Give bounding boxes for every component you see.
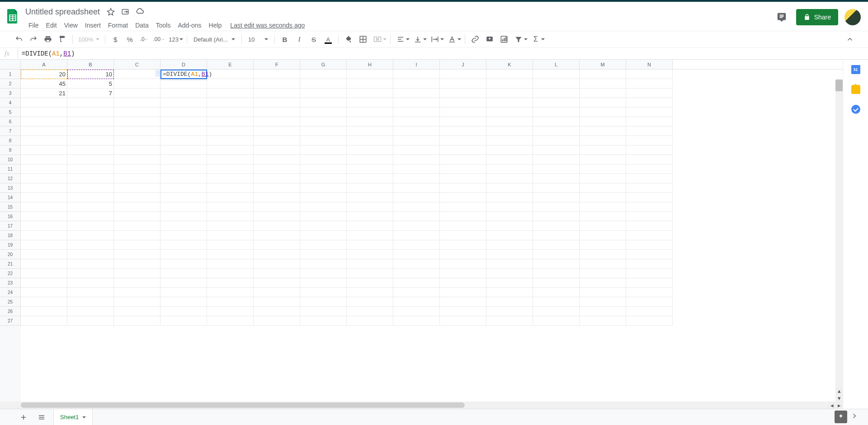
cell-K24[interactable] [486,288,533,297]
cell-G18[interactable] [300,231,347,240]
cell-M1[interactable] [580,70,626,79]
horizontal-align-button[interactable] [394,33,410,46]
fill-color-button[interactable] [342,33,355,46]
cell-K3[interactable] [486,89,533,98]
cell-G11[interactable] [300,164,347,174]
cell-C6[interactable] [114,117,160,126]
cell-B12[interactable] [67,174,114,183]
cell-I7[interactable] [393,126,440,136]
cell-F15[interactable] [254,202,300,212]
column-header-l[interactable]: L [533,60,580,69]
cell-D7[interactable] [160,126,207,136]
cell-L13[interactable] [533,183,580,193]
cell-F18[interactable] [254,231,300,240]
cell-C22[interactable] [114,269,160,278]
horizontal-scroll-thumb[interactable] [21,402,465,408]
cell-L21[interactable] [533,259,580,269]
cell-L12[interactable] [533,174,580,183]
cell-N26[interactable] [626,307,673,316]
cell-J15[interactable] [440,202,486,212]
cell-A8[interactable] [21,136,67,145]
cell-D26[interactable] [160,307,207,316]
cell-F25[interactable] [254,297,300,307]
cell-M18[interactable] [580,231,626,240]
cell-E17[interactable] [207,221,254,231]
cell-I20[interactable] [393,250,440,259]
add-sheet-button[interactable] [17,411,30,424]
cell-D2[interactable] [160,79,207,89]
cell-A13[interactable] [21,183,67,193]
cell-G19[interactable] [300,240,347,250]
cell-B3[interactable]: 7 [67,89,114,98]
cell-I25[interactable] [393,297,440,307]
row-header-13[interactable]: 13 [0,183,21,193]
insert-chart-button[interactable] [498,33,510,46]
cell-B8[interactable] [67,136,114,145]
cell-L17[interactable] [533,221,580,231]
row-header-14[interactable]: 14 [0,193,21,202]
cell-E18[interactable] [207,231,254,240]
cell-K10[interactable] [486,155,533,164]
font-family-select[interactable]: Default (Ari... [191,36,238,43]
italic-button[interactable]: I [293,33,306,46]
cell-A19[interactable] [21,240,67,250]
cell-K8[interactable] [486,136,533,145]
row-header-1[interactable]: 1 [0,70,21,79]
cell-C10[interactable] [114,155,160,164]
cell-K18[interactable] [486,231,533,240]
share-button[interactable]: Share [796,9,838,25]
cell-I22[interactable] [393,269,440,278]
cell-B15[interactable] [67,202,114,212]
cell-N21[interactable] [626,259,673,269]
menu-file[interactable]: File [25,20,42,31]
cell-K25[interactable] [486,297,533,307]
cell-J13[interactable] [440,183,486,193]
select-all-corner[interactable] [0,60,21,69]
cell-E12[interactable] [207,174,254,183]
vertical-align-button[interactable] [411,33,427,46]
cell-H23[interactable] [347,278,393,288]
cell-F20[interactable] [254,250,300,259]
calendar-sidebar-icon[interactable] [851,65,860,74]
cell-C27[interactable] [114,316,160,326]
cell-G15[interactable] [300,202,347,212]
cell-K26[interactable] [486,307,533,316]
cell-L1[interactable] [533,70,580,79]
cell-I21[interactable] [393,259,440,269]
cell-D19[interactable] [160,240,207,250]
cell-C11[interactable] [114,164,160,174]
cell-H3[interactable] [347,89,393,98]
cell-B5[interactable] [67,107,114,117]
cell-L3[interactable] [533,89,580,98]
cell-I5[interactable] [393,107,440,117]
cell-H13[interactable] [347,183,393,193]
cell-L27[interactable] [533,316,580,326]
cell-A18[interactable] [21,231,67,240]
insert-comment-button[interactable] [483,33,496,46]
cell-M11[interactable] [580,164,626,174]
cell-E10[interactable] [207,155,254,164]
cell-L14[interactable] [533,193,580,202]
cell-C2[interactable] [114,79,160,89]
cell-C25[interactable] [114,297,160,307]
cell-K13[interactable] [486,183,533,193]
cell-N12[interactable] [626,174,673,183]
cell-D12[interactable] [160,174,207,183]
cell-A4[interactable] [21,98,67,107]
cell-I23[interactable] [393,278,440,288]
cell-I10[interactable] [393,155,440,164]
cell-B27[interactable] [67,316,114,326]
row-header-20[interactable]: 20 [0,250,21,259]
cell-K23[interactable] [486,278,533,288]
cell-D18[interactable] [160,231,207,240]
cell-H21[interactable] [347,259,393,269]
vertical-scrollbar[interactable]: ▴ ▾ [835,79,843,402]
cell-K15[interactable] [486,202,533,212]
cell-N27[interactable] [626,316,673,326]
cell-H15[interactable] [347,202,393,212]
cell-H16[interactable] [347,212,393,221]
cell-E16[interactable] [207,212,254,221]
cell-B13[interactable] [67,183,114,193]
cell-J4[interactable] [440,98,486,107]
cell-D20[interactable] [160,250,207,259]
